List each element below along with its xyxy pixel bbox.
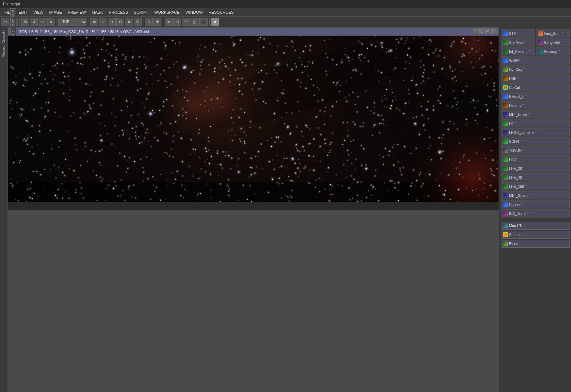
process-btn-saturation[interactable]: Saturation" xyxy=(501,231,570,239)
workspace-area xyxy=(8,210,499,392)
process-row: HT" xyxy=(501,120,570,127)
fast-rotn-label: Fast_Rotn xyxy=(544,32,561,36)
ht2-icon xyxy=(503,157,508,162)
process-row: HT2" xyxy=(501,156,570,163)
colcal-quote: " xyxy=(521,86,522,89)
icc-trans-icon xyxy=(503,211,508,216)
image-titlebar[interactable]: Sh2_155_180x5m_OSC_UVIR RGB 1:6 Sh2-155_… xyxy=(8,28,499,36)
process-row: MorphTrans" xyxy=(501,222,570,230)
toolbar-sep-6 xyxy=(209,18,210,26)
undo-button[interactable]: ↩ xyxy=(1,18,9,26)
process-row: SCNR" xyxy=(501,138,570,145)
process-btn-int-resamp[interactable]: Int_Resamp" xyxy=(501,48,535,55)
wbpp-label: WBPP xyxy=(509,59,519,63)
toolbar-btn-10[interactable]: ■ xyxy=(211,18,219,26)
int-resamp-icon xyxy=(503,49,508,54)
process-btn-ht2[interactable]: HT2" xyxy=(501,156,570,163)
dbe-icon xyxy=(503,76,508,81)
toolbar-btn-8[interactable]: ◫ xyxy=(191,18,198,26)
toolbar-btn-7[interactable]: ⬠ xyxy=(182,18,190,26)
process-row: LHE_40" xyxy=(501,174,570,181)
process-btn-colcal[interactable]: ColCal" xyxy=(501,84,570,91)
lhe-150-label: LHE_150 xyxy=(509,185,524,189)
process-btn-rangesel[interactable]: RangeSel" xyxy=(536,39,570,46)
process-btn-deconv[interactable]: Deconv" xyxy=(501,102,570,109)
toolbar-btn-9[interactable]: ⬛ xyxy=(199,18,208,26)
saturation-label: Saturation xyxy=(509,233,526,237)
window-expand[interactable]: + xyxy=(485,29,490,34)
window-maximize[interactable]: □ xyxy=(479,29,484,34)
window-minimize[interactable]: - xyxy=(473,29,478,34)
process-btn-dyncrop[interactable]: DynCrop" xyxy=(501,66,570,73)
right-panel: STF"Fast_Rotn"StarMask"RangeSel"Int_Resa… xyxy=(499,27,571,392)
process-row: ColCal" xyxy=(501,84,570,91)
menu-window[interactable]: WINDOW xyxy=(183,9,206,15)
process-btn-extract-l[interactable]: Extract_L" xyxy=(501,93,570,100)
process-row: ICC_Trans" xyxy=(501,209,570,217)
process-btn-fast-rotn[interactable]: Fast_Rotn" xyxy=(536,30,570,37)
starmask-icon xyxy=(503,40,508,45)
toolbar-sep-5 xyxy=(163,18,163,26)
mlt-noise-label: MLT_Noise xyxy=(509,113,527,117)
process-btn-blend[interactable]: Blend" xyxy=(501,240,570,248)
colcal-label: ColCal xyxy=(509,86,520,90)
ht-icon xyxy=(503,121,508,126)
left-sidebar: Process Console xyxy=(0,27,8,392)
window-close[interactable]: × xyxy=(491,29,496,34)
curves-icon xyxy=(503,202,508,207)
process-btn-lhe-150[interactable]: LHE_150" xyxy=(501,183,570,190)
lhe-20-icon xyxy=(503,166,508,171)
process-btn-wbpp[interactable]: WBPP" xyxy=(501,57,570,64)
resamp-icon xyxy=(538,49,543,54)
lhe-20-quote: " xyxy=(523,167,524,170)
process-btn-starmask[interactable]: StarMask" xyxy=(501,39,535,46)
lhe-150-quote: " xyxy=(525,185,526,188)
rangesel-label: RangeSel xyxy=(544,41,560,45)
mlt-noise-quote: " xyxy=(528,113,529,116)
extract-l-quote: " xyxy=(525,95,526,98)
toolbar-btn-5[interactable]: ⧉ xyxy=(165,18,173,26)
process-btn-stf[interactable]: STF" xyxy=(501,30,535,37)
process-btn-dbe[interactable]: DBE" xyxy=(501,75,570,82)
process-btn-mlt-noise[interactable]: MLT_Noise" xyxy=(501,111,570,118)
toolbar-btn-6[interactable]: ⬡ xyxy=(173,18,181,26)
blend-label: Blend xyxy=(509,242,518,246)
ht-quote: " xyxy=(515,122,516,125)
process-btn-tgvdn[interactable]: TGVDN" xyxy=(501,147,570,154)
wbpp-icon xyxy=(503,58,508,63)
mlt-sharp-label: MLT_Sharp xyxy=(509,194,528,198)
process-btn-morph-trans[interactable]: MorphTrans" xyxy=(501,222,570,230)
process-row: Curves" xyxy=(501,200,570,208)
toolbar-btn-hand[interactable]: ✥ xyxy=(153,18,161,26)
process-btn-ht[interactable]: HT" xyxy=(501,120,570,127)
image-content[interactable] xyxy=(8,36,499,202)
lrgb-combine-label: LRGB_combine xyxy=(509,131,535,135)
lhe-20-label: LHE_20 xyxy=(509,167,522,171)
process-btn-mlt-sharp[interactable]: MLT_Sharp" xyxy=(501,192,570,199)
process-btn-resamp[interactable]: Resamp" xyxy=(536,48,570,55)
process-row: LHE_20" xyxy=(501,165,570,172)
main-layout: Process Console Sh2_155_180x5m_OSC_UVIR … xyxy=(0,27,571,392)
image-title: RGB 1:6 Sh2-155_180x5m_OSC_UVIR | Sh2-15… xyxy=(18,30,149,34)
blend-quote: " xyxy=(519,242,521,245)
morph-trans-icon xyxy=(503,223,508,228)
rangesel-quote: " xyxy=(561,41,562,44)
process-btn-lhe-40[interactable]: LHE_40" xyxy=(501,174,570,181)
process-row: WBPP" xyxy=(501,57,570,64)
process-btn-scnr[interactable]: SCNR" xyxy=(501,138,570,145)
starmask-quote: " xyxy=(525,41,526,44)
right-panel-separator xyxy=(501,218,570,221)
process-row: Saturation" xyxy=(501,231,570,239)
process-btn-lhe-20[interactable]: LHE_20" xyxy=(501,165,570,172)
menu-resources[interactable]: RESOURCES xyxy=(206,9,237,15)
ht2-label: HT2 xyxy=(509,158,516,162)
process-btn-lrgb-combine[interactable]: LRGB_combine" xyxy=(501,129,570,136)
menu-workspace[interactable]: WORKSPACE xyxy=(151,9,183,15)
process-btn-curves[interactable]: Curves" xyxy=(501,200,570,208)
process-row: STF"Fast_Rotn" xyxy=(501,30,570,37)
process-btn-icc-trans[interactable]: ICC_Trans" xyxy=(501,209,570,217)
starmask-label: StarMask xyxy=(509,41,524,45)
stf-quote: " xyxy=(517,32,518,35)
process-row: DynCrop" xyxy=(501,66,570,73)
process-console-label: Process Console xyxy=(2,29,6,59)
